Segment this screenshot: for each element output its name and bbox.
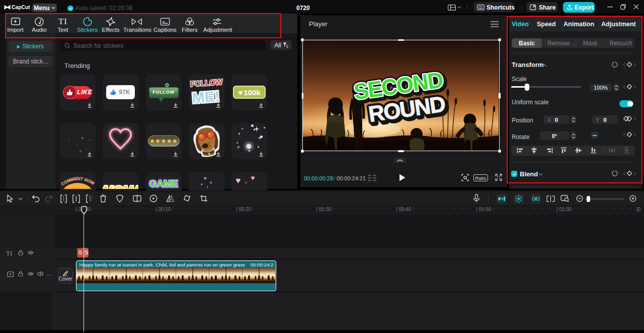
- svg-text:FOLLOW: FOLLOW: [190, 78, 223, 88]
- svg-text:GAME: GAME: [149, 178, 178, 189]
- svg-text:WOW!: WOW!: [103, 182, 138, 189]
